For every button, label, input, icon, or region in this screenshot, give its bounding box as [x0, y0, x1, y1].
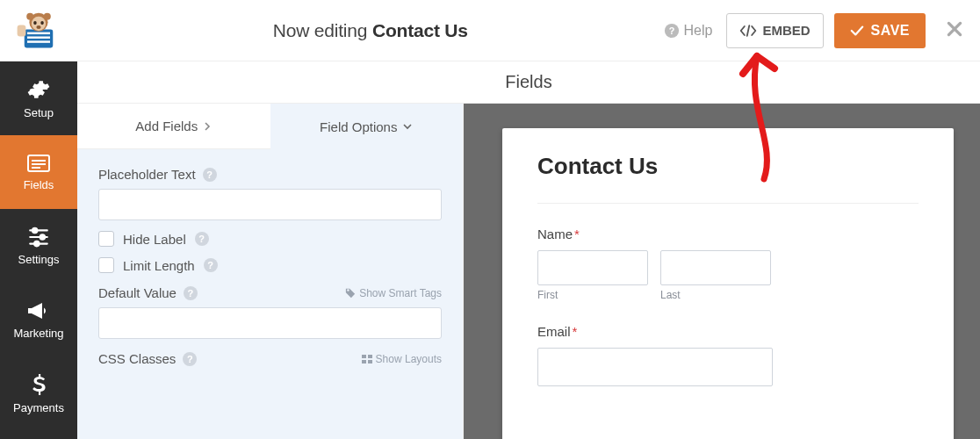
preview-email-input[interactable]	[537, 348, 773, 386]
svg-rect-28	[368, 355, 372, 358]
bullhorn-icon	[26, 300, 51, 321]
svg-point-8	[36, 25, 40, 28]
gear-icon	[27, 78, 50, 101]
editing-title: Now editing Contact Us	[77, 20, 664, 41]
preview-last-input[interactable]	[660, 250, 771, 285]
svg-point-6	[33, 20, 37, 24]
tab-label: Field Options	[320, 119, 397, 134]
check-icon	[850, 25, 864, 37]
placeholder-label: Placeholder Text ?	[98, 167, 442, 182]
help-icon: ?	[664, 23, 680, 39]
close-icon	[945, 19, 964, 39]
show-layouts-link[interactable]: Show Layouts	[362, 353, 442, 365]
sidebar-item-label: Fields	[24, 178, 54, 191]
help-icon[interactable]: ?	[195, 232, 209, 246]
svg-point-10	[44, 12, 51, 19]
required-mark: *	[573, 324, 578, 339]
sidebar-item-label: Setup	[24, 106, 54, 119]
tab-add-fields[interactable]: Add Fields	[77, 104, 270, 149]
smart-tags-link[interactable]: Show Smart Tags	[345, 287, 442, 299]
tab-field-options[interactable]: Field Options	[270, 104, 464, 149]
help-label: Help	[684, 23, 713, 39]
sidebar-item-setup[interactable]: Setup	[0, 61, 77, 135]
preview-first-input[interactable]	[537, 250, 648, 285]
svg-point-9	[26, 12, 33, 19]
sidebar-item-fields[interactable]: Fields	[0, 135, 77, 209]
svg-line-14	[747, 25, 750, 36]
svg-rect-2	[27, 36, 50, 38]
preview-first-sub: First	[537, 289, 648, 301]
hide-label-row[interactable]: Hide Label ?	[98, 231, 442, 247]
limit-length-text: Limit Length	[123, 258, 195, 273]
help-link[interactable]: ? Help	[664, 23, 713, 39]
svg-point-22	[32, 227, 37, 232]
preview-title: Contact Us	[537, 153, 919, 204]
form-name: Contact Us	[372, 20, 468, 40]
sidebar-item-payments[interactable]: Payments	[0, 356, 77, 430]
svg-rect-11	[18, 25, 26, 36]
embed-label: EMBED	[762, 23, 810, 38]
close-button[interactable]	[945, 19, 964, 41]
preview-email-field[interactable]: Email*	[537, 324, 919, 386]
limit-length-checkbox[interactable]	[98, 257, 114, 273]
dollar-icon	[31, 373, 47, 396]
placeholder-input[interactable]	[98, 189, 442, 220]
svg-rect-29	[362, 360, 366, 363]
embed-button[interactable]: EMBED	[726, 13, 823, 48]
help-icon[interactable]: ?	[184, 286, 198, 300]
svg-point-24	[40, 234, 45, 239]
default-value-label: Default Value	[98, 285, 177, 300]
tab-label: Add Fields	[135, 119, 198, 133]
svg-rect-3	[27, 40, 50, 42]
css-classes-label: CSS Classes	[98, 351, 176, 366]
chevron-down-icon	[402, 122, 413, 131]
sidebar-item-marketing[interactable]: Marketing	[0, 283, 77, 356]
svg-point-7	[40, 20, 44, 24]
form-icon	[27, 154, 50, 173]
sliders-icon	[27, 227, 50, 248]
app-logo	[0, 8, 77, 54]
save-button[interactable]: SAVE	[834, 13, 926, 48]
svg-rect-30	[368, 360, 372, 363]
code-icon	[739, 24, 757, 38]
preview-name-field[interactable]: Name* First Last	[537, 227, 919, 301]
preview-name-label: Name	[537, 227, 573, 241]
editing-prefix: Now editing	[273, 20, 372, 40]
tag-icon	[345, 288, 356, 299]
form-preview: Contact Us Name* First	[502, 128, 954, 439]
section-title: Fields	[77, 61, 980, 104]
required-mark: *	[574, 227, 580, 241]
help-icon[interactable]: ?	[204, 258, 218, 272]
preview-last-sub: Last	[660, 289, 771, 301]
sidebar-item-settings[interactable]: Settings	[0, 209, 77, 283]
preview-email-label: Email	[537, 324, 571, 339]
grid-icon	[362, 355, 372, 363]
chevron-right-icon	[203, 122, 212, 131]
svg-rect-1	[27, 32, 50, 33]
sidebar-item-label: Payments	[13, 401, 64, 414]
svg-text:?: ?	[668, 25, 674, 35]
hide-label-text: Hide Label	[123, 232, 186, 247]
help-icon[interactable]: ?	[183, 352, 197, 366]
save-label: SAVE	[871, 23, 910, 39]
help-icon[interactable]: ?	[203, 168, 217, 182]
svg-point-26	[34, 241, 39, 245]
hide-label-checkbox[interactable]	[98, 231, 114, 247]
default-value-input[interactable]	[98, 307, 442, 339]
sidebar-item-label: Settings	[18, 253, 60, 266]
svg-rect-27	[362, 355, 366, 358]
sidebar-item-label: Marketing	[13, 327, 63, 340]
limit-length-row[interactable]: Limit Length ?	[98, 257, 442, 273]
